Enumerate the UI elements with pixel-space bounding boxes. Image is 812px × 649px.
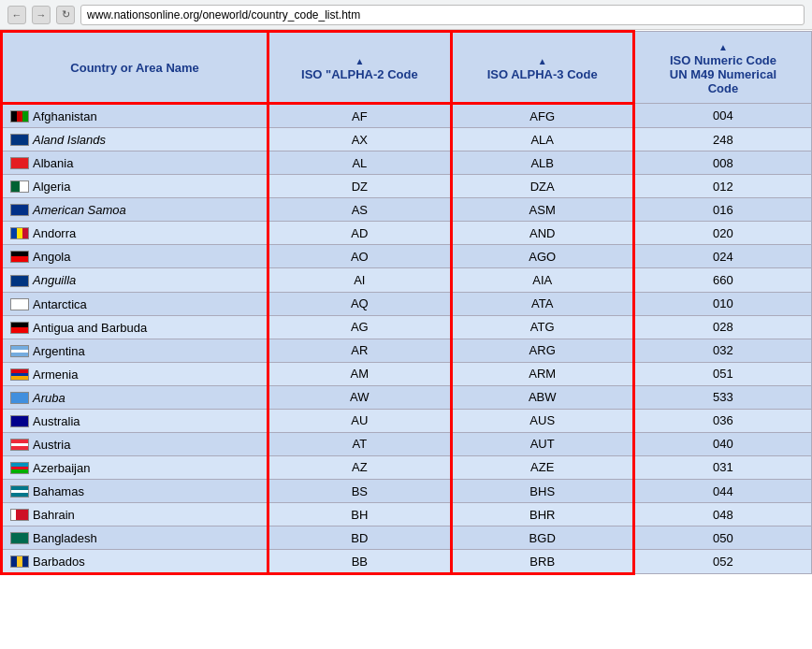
back-button[interactable]: ← [7,6,26,24]
country-cell: Bahrain [2,503,268,526]
country-cell: Australia [2,409,268,432]
alpha3-cell: ASM [451,198,633,222]
alpha2-cell: AD [268,222,451,245]
country-name[interactable]: American Samoa [33,203,126,217]
country-name[interactable]: Bangladesh [33,531,97,545]
country-name[interactable]: Albania [33,156,73,170]
col-header-country[interactable]: Country or Area Name [2,32,268,104]
alpha3-cell: ALB [451,151,633,175]
forward-button[interactable]: → [32,6,51,24]
country-name[interactable]: Afghanistan [33,109,97,123]
refresh-button[interactable]: ↻ [56,6,75,24]
col-header-alpha3[interactable]: ▲ ISO ALPHA-3 Code [451,32,633,104]
flag-icon [10,134,29,146]
country-cell: Aland Islands [2,128,268,151]
table-row: AndorraADAND020 [2,222,812,245]
country-codes-table: Country or Area Name ▲ ISO "ALPHA-2 Code… [0,30,812,575]
alpha3-cell: DZA [451,175,633,198]
country-cell: Angola [2,245,268,268]
country-name[interactable]: Anguilla [33,274,76,288]
flag-icon [10,392,29,404]
alpha2-cell: AF [268,104,451,128]
alpha3-cell: BGD [451,526,633,550]
sort-arrow-numeric: ▲ [718,42,728,52]
table-row: AustriaATAUT040 [2,432,812,455]
alpha2-cell: AO [268,245,451,268]
country-name[interactable]: Algeria [33,180,70,194]
table-row: BahamasBSBHS044 [2,480,812,503]
country-name[interactable]: Bahamas [33,484,84,498]
table-row: ArmeniaAMARM051 [2,362,812,385]
table-row: AlgeriaDZDZA012 [2,175,812,198]
alpha2-cell: AZ [268,455,451,479]
numeric-cell: 032 [633,339,811,362]
table-row: AngolaAOAGO024 [2,245,812,268]
alpha3-cell: ABW [451,385,633,409]
flag-icon [10,110,29,123]
alpha3-cell: AGO [451,245,633,268]
country-cell: American Samoa [2,198,268,222]
country-name[interactable]: Angola [33,250,70,264]
country-name[interactable]: Australia [33,414,80,428]
table-row: AustraliaAUAUS036 [2,409,812,432]
alpha2-cell: AT [268,432,451,455]
alpha2-cell: BS [268,480,451,503]
country-name[interactable]: Aland Islands [33,133,106,147]
alpha2-cell: AS [268,198,451,222]
table-row: BahrainBHBHR048 [2,503,812,526]
country-cell: Aruba [2,385,268,409]
numeric-cell: 051 [633,362,811,385]
flag-icon [10,227,29,239]
flag-icon [10,157,29,169]
alpha3-cell: ARM [451,362,633,385]
alpha3-cell: AUT [451,432,633,455]
table-header-row: Country or Area Name ▲ ISO "ALPHA-2 Code… [2,32,812,104]
country-name[interactable]: Azerbaijan [33,461,90,475]
browser-bar: ← → ↻ [0,0,812,30]
table-container: Country or Area Name ▲ ISO "ALPHA-2 Code… [0,30,812,575]
country-cell: Albania [2,151,268,175]
country-cell: Anguilla [2,268,268,292]
flag-icon [10,345,29,357]
sort-arrow-alpha2: ▲ [355,56,364,66]
alpha2-cell: DZ [268,175,451,198]
country-name[interactable]: Bahrain [33,508,75,522]
col-header-alpha2[interactable]: ▲ ISO "ALPHA-2 Code [268,32,451,104]
numeric-cell: 024 [633,245,811,268]
numeric-cell: 008 [633,151,811,175]
flag-icon [10,415,29,427]
country-name[interactable]: Austria [33,438,70,452]
alpha3-cell: AUS [451,409,633,432]
address-bar[interactable] [80,5,805,25]
table-row: AzerbaijanAZAZE031 [2,455,812,479]
country-name[interactable]: Antigua and Barbuda [33,321,147,335]
table-row: AlbaniaALALB008 [2,151,812,175]
alpha2-cell: BH [268,503,451,526]
country-name[interactable]: Andorra [33,226,76,240]
country-name[interactable]: Antarctica [33,297,87,311]
table-row: Aland IslandsAXALA248 [2,128,812,151]
numeric-cell: 020 [633,222,811,245]
country-name[interactable]: Armenia [33,368,78,382]
alpha2-cell: AQ [268,292,451,315]
numeric-cell: 016 [633,198,811,222]
country-name[interactable]: Argentina [33,344,85,358]
flag-icon [10,251,29,263]
country-cell: Afghanistan [2,104,268,128]
table-row: BarbadosBBBRB052 [2,550,812,574]
alpha2-cell: AG [268,315,451,339]
col-header-numeric[interactable]: ▲ ISO Numeric CodeUN M49 NumericalCode [633,32,811,104]
flag-icon [10,532,29,544]
table-row: Antigua and BarbudaAGATG028 [2,315,812,339]
country-name[interactable]: Aruba [33,391,65,405]
alpha2-cell: AM [268,362,451,385]
country-cell: Armenia [2,362,268,385]
alpha3-cell: AND [451,222,633,245]
country-cell: Andorra [2,222,268,245]
sort-arrow-alpha3: ▲ [538,56,547,66]
country-cell: Argentina [2,339,268,362]
alpha3-cell: ARG [451,339,633,362]
alpha2-cell: AW [268,385,451,409]
country-name[interactable]: Barbados [33,555,85,569]
numeric-cell: 010 [633,292,811,315]
